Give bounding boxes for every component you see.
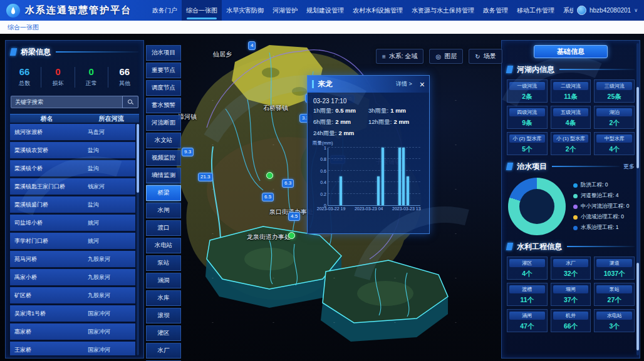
user-avatar (577, 6, 586, 15)
rain-metric-value: 2 mm (335, 118, 351, 125)
nav-item[interactable]: 政务管理 (479, 0, 512, 21)
map-badge[interactable]: 4.5 (288, 212, 300, 221)
table-row[interactable]: 禹家小桥九股泉河 (10, 269, 135, 285)
nav-item[interactable]: 水旱灾害防御 (222, 0, 268, 21)
nav-item[interactable]: 规划建设管理 (302, 0, 348, 21)
info-cell[interactable]: 渠道1037个 (594, 257, 635, 280)
nav-item[interactable]: 水资源与水土保持管理 (407, 0, 479, 21)
table-row[interactable]: 栗溪镇盛门桥盐沟 (10, 196, 135, 213)
layer-menu-item[interactable]: 水库 (146, 290, 181, 306)
info-cell[interactable]: 中型水库4个 (594, 132, 635, 155)
more-link[interactable]: 更多 (623, 163, 635, 171)
info-cell[interactable]: 水厂32个 (551, 257, 591, 280)
popup-detail-link[interactable]: 详情 > (396, 80, 412, 88)
layer-menu-item[interactable]: 滚坝 (146, 308, 181, 323)
info-cell[interactable]: 湖泊2个 (594, 106, 635, 129)
map-badge[interactable]: 6.3 (282, 179, 294, 188)
table-scrollbar-thumb[interactable] (137, 124, 139, 193)
table-row[interactable]: 李学村门口桥姚河 (10, 233, 135, 249)
map-badge[interactable]: 6.5 (262, 193, 274, 201)
layer-menu-item[interactable]: 视频监控 (146, 150, 181, 166)
info-cell[interactable]: 一级河流2条 (507, 79, 548, 103)
map-control-button[interactable]: ◎图层 (429, 49, 463, 64)
close-icon[interactable]: × (420, 80, 425, 89)
legend-dot-icon (573, 194, 578, 198)
info-cell[interactable]: 三级河流25条 (594, 79, 635, 103)
legend-item[interactable]: 小流域治理工程: 0 (573, 213, 636, 221)
map-badge[interactable]: 9.3 (182, 148, 194, 156)
table-row[interactable]: 栗溪镇农贸桥盐沟 (10, 142, 135, 158)
layer-menu-item[interactable]: 水电站 (146, 238, 181, 253)
layer-menu-item[interactable]: 水闸 (146, 203, 181, 218)
nav-item[interactable]: 移动工作管理 (512, 0, 559, 21)
nav-item[interactable]: 系统管理 (559, 0, 573, 21)
layer-menu-item[interactable]: 调度节点 (146, 80, 181, 96)
layer-menu-item[interactable]: 水厂 (146, 343, 181, 358)
table-row[interactable]: 吴家湾1号桥国家冲河 (10, 305, 135, 322)
layer-menu-item[interactable]: 蓄水预警 (146, 98, 181, 113)
info-cell[interactable]: 堰闸37个 (551, 283, 591, 306)
info-cell-value: 9条 (509, 119, 545, 126)
rain-metric-label: 6h雨量: (313, 118, 333, 125)
search-button[interactable] (122, 96, 138, 108)
bridge-name-cell: 惠家桥 (10, 328, 81, 336)
legend-item[interactable]: 河道整治工程: 4 (573, 192, 636, 200)
panel-scrollbar[interactable] (636, 43, 639, 355)
map-green-marker[interactable] (266, 172, 273, 179)
info-cell-value: 11个 (509, 296, 545, 303)
legend-item[interactable]: 中小河流治理工程: 0 (573, 203, 636, 210)
layer-menu-item[interactable]: 水文站 (146, 133, 181, 148)
nav-item[interactable]: 农村水利设施管理 (348, 0, 407, 21)
info-cell[interactable]: 小 (2) 型水库5个 (507, 132, 548, 155)
info-cell[interactable]: 灌区4个 (507, 257, 548, 280)
info-cell[interactable]: 泵站27个 (594, 283, 635, 306)
layer-menu-item[interactable]: 治水项目 (146, 45, 181, 61)
layer-menu-item[interactable]: 涵洞 (146, 273, 181, 288)
info-cell[interactable]: 机井66个 (551, 309, 591, 332)
rain-metric: 12h雨量:2 mm (368, 118, 423, 126)
table-row[interactable]: 姚河张渡桥马盘河 (10, 124, 135, 140)
table-row[interactable]: 惠家桥国家冲河 (10, 323, 135, 340)
info-cell[interactable]: 渡槽11个 (507, 283, 548, 306)
map-badge[interactable]: 21.3 (198, 173, 213, 181)
layer-menu-item[interactable]: 泵站 (146, 255, 181, 271)
layer-menu-item[interactable]: 渡口 (146, 220, 181, 236)
panel-scrollbar-thumb[interactable] (636, 263, 639, 350)
table-row[interactable]: 栗溪镇个桥盐沟 (10, 160, 135, 176)
layer-menu-item[interactable]: 灌区 (146, 325, 181, 341)
table-row[interactable]: 苑马河桥九股泉河 (10, 251, 135, 267)
layer-menu-item[interactable]: 桥梁 (146, 185, 181, 201)
info-cell[interactable]: 四级河流9条 (507, 106, 548, 129)
legend-item[interactable]: 水系治理工程: 1 (573, 224, 636, 231)
info-cell[interactable]: 涵闸47个 (507, 309, 548, 332)
river-name-cell: 姚河 (81, 219, 135, 227)
table-scrollbar[interactable] (137, 124, 139, 355)
table-row[interactable]: 栗溪镇匙王家门口桥钱家河 (10, 178, 135, 195)
basic-info-button[interactable]: 基础信息 (534, 45, 608, 58)
rain-gridline: 1 (328, 147, 420, 148)
river-name-cell: 盐沟 (81, 201, 135, 209)
legend-item[interactable]: 防洪工程: 0 (573, 181, 636, 189)
search-input[interactable] (11, 96, 122, 108)
nav-item[interactable]: 河湖管护 (268, 0, 302, 21)
layer-menu-item[interactable]: 河流断面 (146, 115, 181, 131)
map-badge[interactable]: 4 (248, 41, 256, 50)
breadcrumb[interactable]: 综合一张图 (8, 23, 39, 32)
map-control-button[interactable]: ↻场景 (469, 49, 502, 64)
panel-scrollbar-thumb[interactable] (636, 87, 639, 168)
table-row[interactable]: 王家桥国家冲河 (10, 342, 135, 355)
river-name-cell: 国家冲河 (81, 346, 135, 354)
info-cell[interactable]: 水电站3个 (594, 309, 635, 332)
layer-menu-item[interactable]: 墒情监测 (146, 168, 181, 183)
user-box[interactable]: hbzb42080201 ∨ (577, 6, 638, 15)
map-control-button[interactable]: ≡水系: 全域 (376, 49, 423, 64)
info-cell[interactable]: 五级河流4条 (551, 106, 591, 129)
nav-item[interactable]: 政务门户 (148, 0, 182, 21)
table-row[interactable]: 司盐埠小桥姚河 (10, 215, 135, 231)
info-cell[interactable]: 小 (1) 型水库2个 (551, 132, 591, 155)
table-row[interactable]: 矿区桥九股泉河 (10, 287, 135, 303)
info-cell[interactable]: 二级河流11条 (551, 79, 591, 103)
nav-item[interactable]: 综合一张图 (182, 0, 222, 21)
map-green-marker[interactable] (288, 232, 295, 239)
layer-menu-item[interactable]: 重要节点 (146, 63, 181, 78)
